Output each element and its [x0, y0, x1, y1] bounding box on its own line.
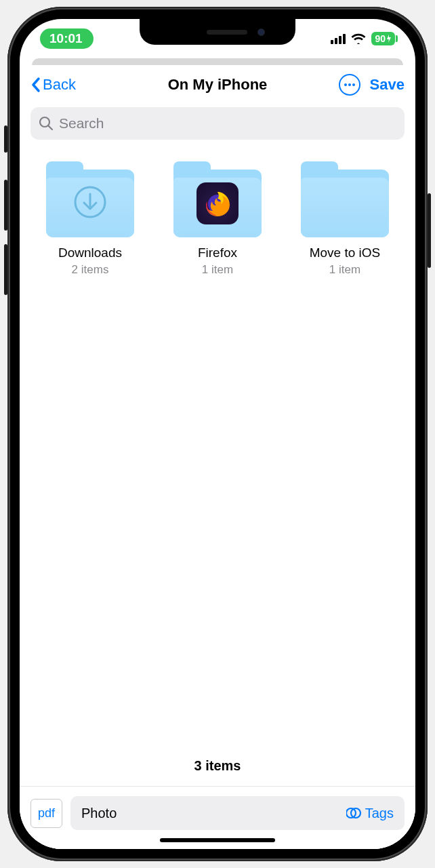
tags-label: Tags: [365, 806, 394, 821]
volume-up: [4, 180, 7, 231]
folder-subtitle: 1 item: [329, 263, 360, 277]
battery-level: 90: [375, 33, 386, 44]
folder-icon: [173, 170, 262, 237]
more-button[interactable]: [339, 74, 360, 96]
cellular-icon: [331, 34, 346, 44]
folder-move-to-ios[interactable]: Move to iOS 1 item: [288, 170, 402, 277]
status-time: 10:01: [49, 31, 83, 45]
folder-icon: [301, 170, 389, 237]
battery-icon: 90: [371, 32, 395, 45]
search-placeholder: Search: [59, 115, 104, 132]
background-sheet: [32, 58, 403, 65]
wifi-icon: [351, 33, 366, 44]
screen: 10:01 90: [20, 19, 415, 849]
tags-icon: [346, 807, 361, 819]
status-right: 90: [331, 32, 395, 45]
download-icon: [73, 185, 107, 222]
front-camera: [257, 28, 265, 36]
svg-point-0: [344, 83, 347, 86]
back-button[interactable]: Back: [30, 76, 76, 94]
save-sheet: Back On My iPhone Save: [20, 65, 415, 849]
folder-grid: Downloads 2 items: [20, 149, 415, 277]
folder-name: Downloads: [58, 245, 122, 260]
item-count: 3 items: [20, 746, 415, 786]
folder-name: Move to iOS: [310, 245, 381, 260]
svg-line-4: [49, 126, 53, 130]
folder-subtitle: 2 items: [72, 263, 109, 277]
folder-name: Firefox: [198, 245, 237, 260]
svg-point-2: [352, 83, 355, 86]
svg-point-1: [348, 83, 351, 86]
file-type-chip[interactable]: pdf: [30, 799, 62, 828]
file-name-input[interactable]: Photo Tags: [70, 796, 405, 830]
save-button[interactable]: Save: [370, 76, 405, 94]
folder-subtitle: 1 item: [202, 263, 233, 277]
folder-downloads[interactable]: Downloads 2 items: [33, 170, 147, 277]
search-input[interactable]: Search: [30, 107, 405, 140]
search-icon: [39, 116, 54, 131]
page-title: On My iPhone: [168, 76, 268, 94]
power-button: [428, 193, 431, 268]
volume-down: [4, 244, 7, 295]
folder-icon: [46, 170, 134, 237]
notch: [140, 19, 295, 45]
file-name-value: Photo: [81, 806, 117, 821]
mute-switch: [4, 125, 7, 153]
time-pill[interactable]: 10:01: [40, 28, 94, 49]
chevron-left-icon: [30, 77, 41, 93]
nav-bar: Back On My iPhone Save: [20, 65, 415, 104]
firefox-icon: [196, 182, 239, 224]
speaker: [207, 30, 247, 35]
folder-firefox[interactable]: Firefox 1 item: [161, 170, 274, 277]
tags-button[interactable]: Tags: [346, 806, 394, 821]
home-indicator[interactable]: [160, 838, 275, 842]
back-label: Back: [43, 76, 76, 94]
ellipsis-icon: [344, 83, 356, 86]
phone-frame: 10:01 90: [7, 7, 428, 861]
